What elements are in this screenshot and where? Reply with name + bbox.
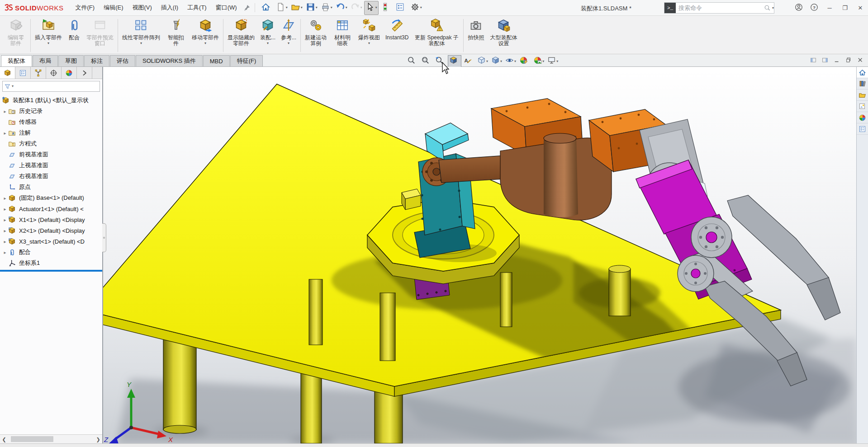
view-settings-button[interactable]: ▾ [546, 55, 560, 67]
menu-item[interactable]: 视图(V) [128, 2, 156, 14]
small-part-box[interactable] [402, 189, 421, 210]
tab-layout[interactable]: 布局 [33, 55, 58, 66]
tab-assembly[interactable]: 装配体 [1, 55, 32, 66]
large-assembly-settings-button[interactable]: 大型装配体设置 ▾ [487, 17, 520, 54]
dropdown-caret[interactable]: ▾ [286, 6, 288, 9]
panel-horizontal-scrollbar[interactable]: ❮ ❯ [0, 434, 102, 443]
yellow-peg[interactable] [609, 265, 631, 316]
tree-item[interactable]: ▸ X3_start<1> (Default) <D [2, 236, 102, 247]
previous-view-button[interactable]: ▾ [434, 55, 447, 67]
tab-evaluate[interactable]: 评估 [110, 55, 135, 66]
linear-component-pattern-button[interactable]: 线性零部件阵列 ▾ [119, 17, 163, 54]
save-button[interactable]: ▾ [304, 1, 319, 15]
section-view-button[interactable]: ▾ [448, 55, 461, 67]
hide-show-items-button[interactable]: ▾ [504, 55, 517, 67]
expand-arrow[interactable]: ▸ [2, 217, 8, 222]
edit-component-button[interactable]: 编辑零部件 ▾ [3, 17, 29, 54]
insert-components-button[interactable]: 插入零部件 ▾ [32, 17, 65, 54]
dropdown-caret[interactable]: ▾ [140, 41, 142, 45]
scroll-right-arrow[interactable]: ❯ [94, 435, 102, 443]
tree-filter-input[interactable] [15, 83, 98, 89]
instant3d-button[interactable]: Instant3D ▾ [383, 17, 411, 54]
assembly-features-button[interactable]: 装配... ▾ [257, 17, 278, 54]
rebuild-button[interactable]: ▾ [379, 1, 394, 15]
file-explorer-tab[interactable] [857, 89, 868, 101]
new-motion-study-button[interactable]: 新建运动算例 ▾ [302, 17, 329, 54]
select-tool-button[interactable]: ▾ [364, 1, 379, 15]
scroll-left-arrow[interactable]: ❮ [0, 435, 8, 443]
dropdown-caret[interactable]: ▾ [346, 6, 347, 9]
menu-item[interactable]: 编辑(E) [99, 2, 128, 14]
window-close-button[interactable]: ✕ [856, 5, 864, 11]
new-document-button[interactable]: ▾ [275, 1, 289, 15]
dropdown-caret[interactable]: ▾ [204, 41, 206, 45]
displaymanager-tab[interactable] [62, 67, 77, 79]
annotation-views-button[interactable]: A ▾ [462, 55, 475, 67]
tab-mbd[interactable]: MBD [203, 55, 230, 66]
help-icon[interactable]: ? [810, 3, 818, 13]
collapse-left-pane-button[interactable] [810, 57, 816, 65]
doc-restore-button[interactable] [845, 57, 852, 65]
tree-item[interactable]: ▸ 历史记录 [2, 106, 102, 117]
dropdown-caret[interactable]: ▾ [360, 6, 362, 9]
tree-item[interactable]: ▸ 传感器 [2, 117, 102, 127]
custom-properties-tab[interactable] [857, 123, 868, 135]
design-library-tab[interactable] [857, 78, 868, 89]
exploded-view-button[interactable]: 爆炸视图 ▾ [356, 17, 383, 54]
tree-item[interactable]: ▸ 配合 [2, 247, 102, 258]
menu-item[interactable]: 插入(I) [157, 2, 183, 14]
tree-item[interactable]: ▸ 装配体1 (默认) <默认_显示状 [2, 95, 102, 106]
tree-item[interactable]: ▸ Actuator1<1> (Default) < [2, 203, 102, 214]
dropdown-caret[interactable]: ▾ [375, 6, 377, 9]
show-hidden-components-button[interactable]: 显示隐藏的零部件 ▾ [225, 17, 257, 54]
graphics-viewport[interactable]: Y X Z [103, 67, 856, 443]
tree-item[interactable]: ▸ X2<1> (Default) <Display [2, 225, 102, 236]
3d-scene[interactable]: Y X Z [103, 67, 856, 443]
dropdown-caret[interactable]: ▾ [368, 41, 370, 45]
dropdown-caret[interactable]: ▾ [267, 41, 269, 45]
tree-item[interactable]: ▸ 坐标系1 [2, 258, 102, 268]
taskpane-home-tab[interactable] [857, 67, 868, 78]
appearances-tab[interactable] [857, 112, 868, 123]
component-preview-window-button[interactable]: 零部件预览窗口 ▾ [84, 17, 116, 54]
tree-item[interactable]: ▸ 右视基准面 [2, 171, 102, 182]
search-input[interactable] [676, 5, 763, 11]
doc-close-button[interactable] [857, 57, 863, 65]
open-button[interactable]: ▾ [289, 1, 304, 15]
window-restore-button[interactable]: ❐ [841, 5, 849, 11]
bill-of-materials-button[interactable]: 材料明细表 ▾ [329, 17, 356, 54]
dropdown-caret[interactable]: ▾ [301, 6, 303, 9]
update-speedpak-button[interactable]: ! 更新 Speedpak 子装配体 ▾ [411, 17, 462, 54]
expand-tabs-button[interactable] [77, 67, 92, 79]
collapse-right-pane-button[interactable] [822, 57, 828, 65]
dropdown-caret[interactable]: ▾ [556, 60, 558, 63]
take-snapshot-button[interactable]: 拍快照 ▾ [465, 17, 487, 54]
tab-addins[interactable]: SOLIDWORKS 插件 [136, 55, 203, 66]
expand-arrow[interactable]: ▸ [2, 228, 8, 233]
print-button[interactable]: ▾ [319, 1, 334, 15]
mate-button[interactable]: 配合 ▾ [65, 17, 84, 54]
expand-arrow[interactable]: ▸ [2, 250, 8, 255]
dropdown-caret[interactable]: ▾ [486, 60, 488, 63]
window-minimize-button[interactable]: ─ [825, 5, 834, 11]
dropdown-caret[interactable]: ▾ [288, 41, 289, 45]
tree-item[interactable]: ▸ X1<1> (Default) <Display [2, 214, 102, 225]
reference-geometry-button[interactable]: 参考... ▾ [278, 17, 299, 54]
dropdown-caret[interactable]: ▾ [316, 6, 318, 9]
dropdown-caret[interactable]: ▾ [331, 6, 332, 9]
tab-sketch[interactable]: 草图 [58, 55, 84, 66]
expand-arrow[interactable]: ▸ [2, 196, 8, 201]
menu-item[interactable]: 工具(T) [183, 2, 211, 14]
dropdown-caret[interactable]: ▾ [514, 60, 516, 63]
apply-scene-button[interactable]: ▾ [532, 55, 545, 67]
expand-arrow[interactable]: ▸ [2, 207, 8, 212]
tree-item[interactable]: ▸ 原点 [2, 182, 102, 193]
tree-item[interactable]: ▸ Σ 方程式 [2, 138, 102, 149]
tree-item[interactable]: ▸ A 注解 [2, 127, 102, 138]
tree-item[interactable]: ▸ (固定) Base<1> (Default) [2, 193, 102, 203]
dropdown-caret[interactable]: ▾ [500, 60, 502, 63]
scrollbar-thumb[interactable] [11, 436, 53, 442]
file-properties-button[interactable]: ▾ [394, 1, 408, 15]
redo-button[interactable]: ▾ [349, 1, 364, 15]
expand-arrow[interactable]: ▸ [2, 239, 8, 244]
